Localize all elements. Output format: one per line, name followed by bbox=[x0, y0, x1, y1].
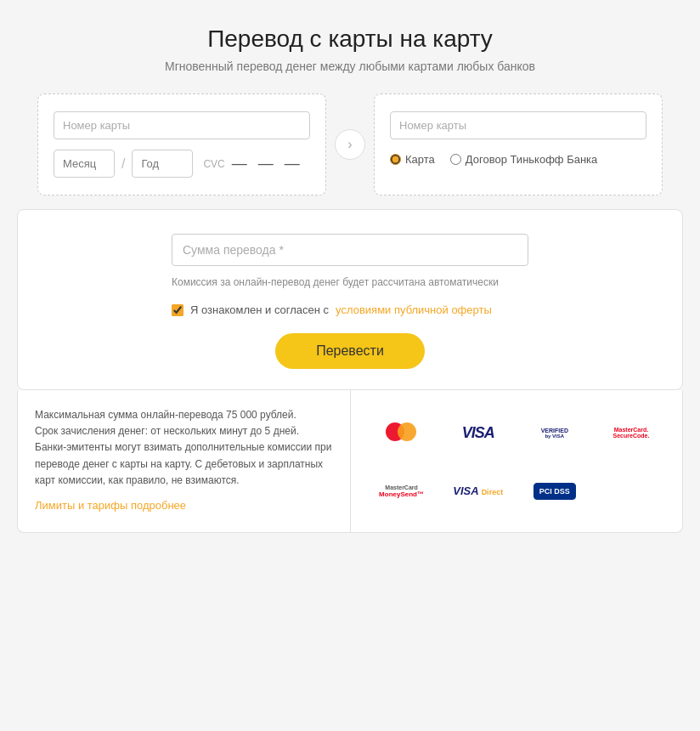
radio-contract-input[interactable] bbox=[450, 154, 461, 165]
amount-section: Комиссия за онлайн-перевод денег будет р… bbox=[17, 209, 683, 390]
card-transfer-row: / CVC — — — › Карта Договор Тинькофф Бан… bbox=[17, 94, 683, 196]
to-card-radio-row: Карта Договор Тинькофф Банка bbox=[390, 153, 646, 166]
radio-contract-option[interactable]: Договор Тинькофф Банка bbox=[450, 153, 598, 166]
slash-divider: / bbox=[121, 156, 125, 172]
radio-contract-label: Договор Тинькофф Банка bbox=[466, 153, 598, 166]
verified-by-visa-logo: VERIFIED by VISA bbox=[541, 428, 568, 439]
info-text-col: Максимальная сумма онлайн-перевода 75 00… bbox=[18, 390, 351, 532]
lower-section-wrapper: Комиссия за онлайн-перевод денег будет р… bbox=[17, 209, 683, 533]
page-subtitle: Мгновенный перевод денег между любыми ка… bbox=[17, 60, 683, 73]
transfer-button[interactable]: Перевести bbox=[275, 333, 425, 369]
from-card-month-input[interactable] bbox=[54, 150, 115, 178]
mastercard-logo bbox=[386, 422, 418, 443]
arrow-icon: › bbox=[335, 129, 365, 160]
amount-input[interactable] bbox=[172, 234, 528, 266]
amount-input-wrap bbox=[172, 234, 528, 266]
visa-logo: VISA bbox=[462, 424, 494, 442]
from-card-year-input[interactable] bbox=[132, 150, 193, 178]
limits-link[interactable]: Лимиты и тарифы подробнее bbox=[35, 497, 333, 515]
oferta-link[interactable]: условиями публичной оферты bbox=[336, 303, 492, 316]
commission-text: Комиссия за онлайн-перевод денег будет р… bbox=[172, 275, 499, 290]
radio-card-option[interactable]: Карта bbox=[390, 153, 435, 166]
to-card-box: Карта Договор Тинькофф Банка bbox=[374, 94, 663, 196]
checkbox-text: Я ознакомлен и согласен с bbox=[190, 303, 329, 316]
page-title: Перевод с карты на карту bbox=[17, 26, 683, 53]
info-text: Максимальная сумма онлайн-перевода 75 00… bbox=[35, 409, 331, 486]
logos-col: VISA VERIFIED by VISA MasterCard. Secure… bbox=[351, 390, 683, 532]
page-wrapper: Перевод с карты на карту Мгновенный пере… bbox=[0, 0, 700, 550]
amount-inner: Комиссия за онлайн-перевод денег будет р… bbox=[172, 234, 528, 369]
mastercard-securecode-logo: MasterCard. SecureCode. bbox=[613, 427, 650, 439]
cvc-label: CVC bbox=[203, 158, 224, 170]
radio-card-input[interactable] bbox=[390, 154, 401, 165]
oferta-checkbox[interactable] bbox=[172, 304, 183, 316]
pci-dss-logo: PCI DSS bbox=[533, 483, 576, 500]
mastercard-moneysend-logo: MasterCard MoneySend™ bbox=[379, 484, 424, 498]
radio-card-label: Карта bbox=[405, 153, 435, 166]
visa-direct-logo: VISA Direct bbox=[453, 484, 503, 497]
cvc-dots: — — — bbox=[232, 155, 303, 173]
to-card-number-input[interactable] bbox=[390, 111, 646, 139]
checkbox-row: Я ознакомлен и согласен с условиями публ… bbox=[172, 303, 492, 316]
from-card-expiry-row: / CVC — — — bbox=[54, 150, 310, 178]
bottom-section: Максимальная сумма онлайн-перевода 75 00… bbox=[17, 390, 683, 533]
from-card-number-input[interactable] bbox=[54, 111, 310, 139]
from-card-box: / CVC — — — bbox=[37, 94, 326, 196]
